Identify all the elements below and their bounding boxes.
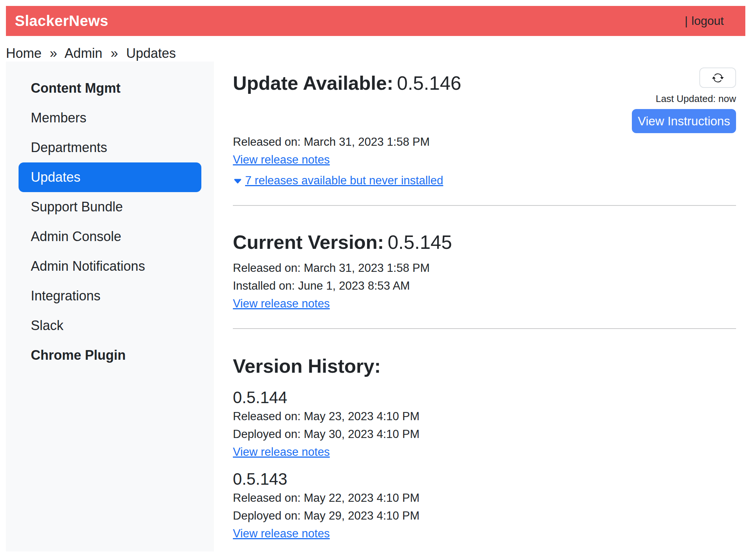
sidebar-item-members[interactable]: Members: [6, 103, 214, 133]
history-released-on: Released on: May 23, 2023 4:10 PM: [233, 408, 736, 425]
sidebar-item-departments[interactable]: Departments: [6, 133, 214, 162]
update-release-notes-line: View release notes: [233, 151, 736, 169]
history-release-notes-line: View release notes: [233, 525, 736, 543]
version-history-entry: 0.5.143 Released on: May 22, 2023 4:10 P…: [233, 469, 736, 543]
page-layout: Content Mgmt Members Departments Updates…: [6, 62, 736, 551]
current-version-number: 0.5.145: [387, 231, 452, 253]
update-widgets: Last Updated: now View Instructions: [632, 67, 736, 133]
logout-separator: |: [685, 14, 688, 28]
logout-area: | logout: [685, 14, 724, 28]
update-released-on: Released on: March 31, 2023 1:58 PM: [233, 133, 736, 151]
main-content: Update Available:0.5.146 Last Updated: n…: [233, 62, 736, 543]
history-version-number: 0.5.144: [233, 388, 736, 408]
app-title: SlackerNews: [15, 13, 108, 29]
history-release-notes-line: View release notes: [233, 443, 736, 461]
current-released-on: Released on: March 31, 2023 1:58 PM: [233, 259, 736, 277]
pending-releases-link[interactable]: 7 releases available but never installed: [245, 172, 443, 190]
update-available-label: Update Available:: [233, 72, 393, 94]
version-history-heading: Version History:: [233, 354, 736, 378]
sidebar-item-chrome-plugin[interactable]: Chrome Plugin: [6, 340, 214, 370]
breadcrumb-separator: »: [50, 46, 57, 61]
history-version-number: 0.5.143: [233, 469, 736, 489]
history-deployed-on: Deployed on: May 29, 2023 4:10 PM: [233, 507, 736, 525]
refresh-button[interactable]: [699, 67, 736, 88]
update-available-heading: Update Available:0.5.146: [233, 71, 461, 95]
current-version-section: Current Version:0.5.145 Released on: Mar…: [233, 206, 736, 313]
sidebar: Content Mgmt Members Departments Updates…: [6, 62, 214, 551]
release-notes-link[interactable]: View release notes: [233, 153, 330, 166]
sidebar-item-integrations[interactable]: Integrations: [6, 281, 214, 311]
logout-link[interactable]: logout: [692, 14, 724, 28]
sidebar-item-admin-console[interactable]: Admin Console: [6, 222, 214, 251]
sidebar-item-support-bundle[interactable]: Support Bundle: [6, 192, 214, 222]
breadcrumb-updates: Updates: [126, 46, 176, 61]
breadcrumb-separator: »: [111, 46, 118, 61]
update-available-section: Update Available:0.5.146 Last Updated: n…: [233, 71, 736, 190]
caret-down-icon: [233, 177, 243, 186]
breadcrumb-home[interactable]: Home: [6, 46, 42, 61]
version-history-entry: 0.5.144 Released on: May 23, 2023 4:10 P…: [233, 388, 736, 461]
current-version-heading: Current Version:0.5.145: [233, 230, 736, 254]
update-available-version: 0.5.146: [397, 72, 461, 94]
sidebar-item-updates[interactable]: Updates: [19, 162, 201, 192]
sidebar-item-content-mgmt[interactable]: Content Mgmt: [6, 73, 214, 103]
release-notes-link[interactable]: View release notes: [233, 527, 330, 540]
release-notes-link[interactable]: View release notes: [233, 297, 330, 310]
sidebar-item-admin-notifications[interactable]: Admin Notifications: [6, 251, 214, 281]
history-released-on: Released on: May 22, 2023 4:10 PM: [233, 489, 736, 507]
current-version-details: Released on: March 31, 2023 1:58 PM Inst…: [233, 259, 736, 313]
version-history-section: Version History: 0.5.144 Released on: Ma…: [233, 329, 736, 543]
breadcrumb-admin[interactable]: Admin: [65, 46, 102, 61]
release-notes-link[interactable]: View release notes: [233, 445, 330, 458]
refresh-icon: [712, 72, 724, 84]
history-deployed-on: Deployed on: May 30, 2023 4:10 PM: [233, 425, 736, 443]
current-release-notes-line: View release notes: [233, 295, 736, 313]
pending-releases-line: 7 releases available but never installed: [233, 172, 736, 190]
last-updated-text: Last Updated: now: [656, 93, 736, 105]
current-version-label: Current Version:: [233, 231, 384, 253]
app-header: SlackerNews | logout: [6, 6, 745, 36]
current-installed-on: Installed on: June 1, 2023 8:53 AM: [233, 277, 736, 295]
sidebar-item-slack[interactable]: Slack: [6, 311, 214, 340]
update-available-row: Update Available:0.5.146 Last Updated: n…: [233, 71, 736, 133]
view-instructions-button[interactable]: View Instructions: [632, 109, 736, 133]
breadcrumb: Home » Admin » Updates: [6, 45, 752, 62]
